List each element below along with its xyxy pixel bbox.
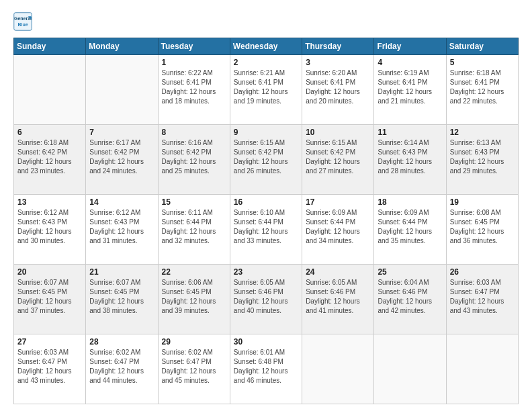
calendar-cell: 10Sunrise: 6:15 AMSunset: 6:42 PMDayligh…: [302, 125, 374, 195]
day-number: 30: [234, 337, 298, 347]
week-row-1: 1Sunrise: 6:22 AMSunset: 6:41 PMDaylight…: [14, 55, 519, 125]
day-number: 27: [17, 337, 82, 347]
day-info: Sunrise: 6:18 AMSunset: 6:42 PMDaylight:…: [17, 138, 82, 176]
day-number: 21: [89, 267, 154, 277]
weekday-header-thursday: Thursday: [302, 38, 374, 55]
day-info: Sunrise: 6:21 AMSunset: 6:41 PMDaylight:…: [234, 68, 298, 106]
calendar-cell: 14Sunrise: 6:12 AMSunset: 6:43 PMDayligh…: [86, 195, 158, 265]
day-info: Sunrise: 6:15 AMSunset: 6:42 PMDaylight:…: [306, 138, 370, 176]
calendar-cell: 25Sunrise: 6:04 AMSunset: 6:46 PMDayligh…: [374, 265, 446, 334]
day-info: Sunrise: 6:09 AMSunset: 6:44 PMDaylight:…: [378, 208, 442, 246]
calendar-cell: 2Sunrise: 6:21 AMSunset: 6:41 PMDaylight…: [230, 55, 302, 125]
calendar-cell: 16Sunrise: 6:10 AMSunset: 6:44 PMDayligh…: [230, 195, 302, 265]
calendar-cell: [374, 334, 446, 404]
weekday-header-row: SundayMondayTuesdayWednesdayThursdayFrid…: [14, 38, 519, 55]
calendar-cell: 29Sunrise: 6:02 AMSunset: 6:47 PMDayligh…: [158, 334, 230, 404]
calendar-cell: 6Sunrise: 6:18 AMSunset: 6:42 PMDaylight…: [14, 125, 86, 195]
day-info: Sunrise: 6:16 AMSunset: 6:42 PMDaylight:…: [162, 138, 226, 176]
day-number: 1: [162, 58, 226, 67]
weekday-header-sunday: Sunday: [14, 38, 86, 55]
calendar-cell: 15Sunrise: 6:11 AMSunset: 6:44 PMDayligh…: [158, 195, 230, 265]
day-number: 6: [17, 128, 82, 137]
day-info: Sunrise: 6:05 AMSunset: 6:46 PMDaylight:…: [306, 278, 370, 316]
day-number: 17: [306, 197, 370, 207]
calendar-cell: 22Sunrise: 6:06 AMSunset: 6:45 PMDayligh…: [158, 265, 230, 334]
day-number: 3: [306, 58, 370, 67]
day-info: Sunrise: 6:12 AMSunset: 6:43 PMDaylight:…: [17, 208, 82, 246]
day-number: 20: [17, 267, 82, 277]
day-info: Sunrise: 6:07 AMSunset: 6:45 PMDaylight:…: [89, 278, 154, 316]
day-number: 13: [17, 197, 82, 207]
day-info: Sunrise: 6:04 AMSunset: 6:46 PMDaylight:…: [378, 278, 442, 316]
day-number: 4: [378, 58, 442, 67]
calendar-cell: 24Sunrise: 6:05 AMSunset: 6:46 PMDayligh…: [302, 265, 374, 334]
calendar-cell: 7Sunrise: 6:17 AMSunset: 6:42 PMDaylight…: [86, 125, 158, 195]
calendar-cell: [302, 334, 374, 404]
calendar-cell: 17Sunrise: 6:09 AMSunset: 6:44 PMDayligh…: [302, 195, 374, 265]
day-info: Sunrise: 6:15 AMSunset: 6:42 PMDaylight:…: [234, 138, 298, 176]
calendar-cell: 20Sunrise: 6:07 AMSunset: 6:45 PMDayligh…: [14, 265, 86, 334]
day-number: 9: [234, 128, 298, 137]
day-info: Sunrise: 6:10 AMSunset: 6:44 PMDaylight:…: [234, 208, 298, 246]
weekday-header-friday: Friday: [374, 38, 446, 55]
calendar-cell: 19Sunrise: 6:08 AMSunset: 6:45 PMDayligh…: [446, 195, 518, 265]
day-number: 12: [450, 128, 515, 137]
day-info: Sunrise: 6:08 AMSunset: 6:45 PMDaylight:…: [450, 208, 515, 246]
day-number: 23: [234, 267, 298, 277]
calendar-cell: [14, 55, 86, 125]
calendar-cell: 1Sunrise: 6:22 AMSunset: 6:41 PMDaylight…: [158, 55, 230, 125]
day-info: Sunrise: 6:13 AMSunset: 6:43 PMDaylight:…: [450, 138, 515, 176]
day-info: Sunrise: 6:20 AMSunset: 6:41 PMDaylight:…: [306, 68, 370, 106]
day-info: Sunrise: 6:03 AMSunset: 6:47 PMDaylight:…: [450, 278, 515, 316]
day-info: Sunrise: 6:17 AMSunset: 6:42 PMDaylight:…: [89, 138, 154, 176]
day-number: 10: [306, 128, 370, 137]
calendar-cell: 27Sunrise: 6:03 AMSunset: 6:47 PMDayligh…: [14, 334, 86, 404]
calendar-cell: 13Sunrise: 6:12 AMSunset: 6:43 PMDayligh…: [14, 195, 86, 265]
day-number: 18: [378, 197, 442, 207]
day-number: 16: [234, 197, 298, 207]
calendar-cell: 30Sunrise: 6:01 AMSunset: 6:48 PMDayligh…: [230, 334, 302, 404]
day-info: Sunrise: 6:02 AMSunset: 6:47 PMDaylight:…: [89, 348, 154, 385]
day-info: Sunrise: 6:18 AMSunset: 6:41 PMDaylight:…: [450, 68, 515, 106]
calendar-cell: 18Sunrise: 6:09 AMSunset: 6:44 PMDayligh…: [374, 195, 446, 265]
day-number: 11: [378, 128, 442, 137]
svg-text:Blue: Blue: [17, 22, 28, 27]
generalblue-logo-icon: General Blue: [13, 12, 32, 31]
day-number: 26: [450, 267, 515, 277]
calendar-table: SundayMondayTuesdayWednesdayThursdayFrid…: [13, 38, 519, 404]
calendar-cell: 21Sunrise: 6:07 AMSunset: 6:45 PMDayligh…: [86, 265, 158, 334]
week-row-2: 6Sunrise: 6:18 AMSunset: 6:42 PMDaylight…: [14, 125, 519, 195]
day-number: 2: [234, 58, 298, 67]
day-number: 5: [450, 58, 515, 67]
calendar-cell: 12Sunrise: 6:13 AMSunset: 6:43 PMDayligh…: [446, 125, 518, 195]
calendar-cell: 4Sunrise: 6:19 AMSunset: 6:41 PMDaylight…: [374, 55, 446, 125]
day-number: 8: [162, 128, 226, 137]
day-info: Sunrise: 6:09 AMSunset: 6:44 PMDaylight:…: [306, 208, 370, 246]
weekday-header-wednesday: Wednesday: [230, 38, 302, 55]
day-number: 19: [450, 197, 515, 207]
calendar-cell: 11Sunrise: 6:14 AMSunset: 6:43 PMDayligh…: [374, 125, 446, 195]
day-number: 25: [378, 267, 442, 277]
calendar-cell: 26Sunrise: 6:03 AMSunset: 6:47 PMDayligh…: [446, 265, 518, 334]
day-info: Sunrise: 6:02 AMSunset: 6:47 PMDaylight:…: [162, 348, 226, 385]
day-number: 22: [162, 267, 226, 277]
day-info: Sunrise: 6:12 AMSunset: 6:43 PMDaylight:…: [89, 208, 154, 246]
day-number: 14: [89, 197, 154, 207]
day-info: Sunrise: 6:22 AMSunset: 6:41 PMDaylight:…: [162, 68, 226, 106]
day-info: Sunrise: 6:11 AMSunset: 6:44 PMDaylight:…: [162, 208, 226, 246]
weekday-header-tuesday: Tuesday: [158, 38, 230, 55]
calendar-cell: [446, 334, 518, 404]
calendar-cell: 8Sunrise: 6:16 AMSunset: 6:42 PMDaylight…: [158, 125, 230, 195]
day-number: 7: [89, 128, 154, 137]
day-info: Sunrise: 6:03 AMSunset: 6:47 PMDaylight:…: [17, 348, 82, 385]
day-number: 28: [89, 337, 154, 347]
week-row-4: 20Sunrise: 6:07 AMSunset: 6:45 PMDayligh…: [14, 265, 519, 334]
logo: General Blue: [13, 12, 32, 31]
weekday-header-monday: Monday: [86, 38, 158, 55]
day-info: Sunrise: 6:05 AMSunset: 6:46 PMDaylight:…: [234, 278, 298, 316]
calendar-cell: [86, 55, 158, 125]
day-info: Sunrise: 6:07 AMSunset: 6:45 PMDaylight:…: [17, 278, 82, 316]
weekday-header-saturday: Saturday: [446, 38, 518, 55]
calendar-cell: 28Sunrise: 6:02 AMSunset: 6:47 PMDayligh…: [86, 334, 158, 404]
day-number: 24: [306, 267, 370, 277]
